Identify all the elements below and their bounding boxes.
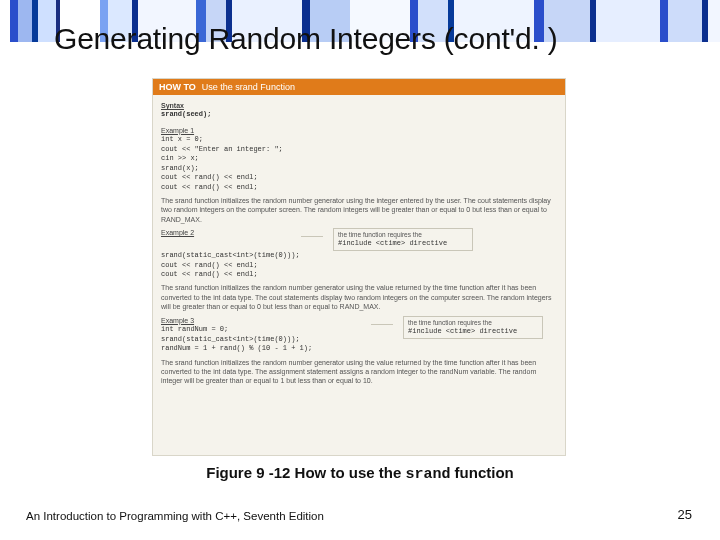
example3-description: The srand function initializes the rando…	[161, 358, 557, 386]
slide-title: Generating Random Integers (cont'd. )	[54, 22, 558, 56]
example3-code: int randNum = 0; srand(static_cast<int>(…	[161, 325, 361, 353]
howto-pill: HOW TO	[159, 82, 196, 92]
syntax-label: Syntax	[161, 101, 557, 110]
example1-label: Example 1	[161, 126, 194, 135]
ctime-note-1: the time function requires the #include …	[333, 228, 473, 251]
connector-line	[371, 324, 393, 325]
howto-content: Syntax srand(seed); Example 1 int x = 0;…	[153, 95, 565, 392]
ctime-note-2: the time function requires the #include …	[403, 316, 543, 339]
example2-row: Example 2 the time function requires the…	[161, 228, 557, 251]
example2-description: The srand function initializes the rando…	[161, 283, 557, 311]
example2-label: Example 2	[161, 228, 194, 237]
figure-caption: Figure 9 -12 How to use the srand functi…	[0, 464, 720, 483]
howto-desc: Use the srand Function	[202, 82, 295, 92]
example3-label: Example 3	[161, 316, 194, 325]
syntax-code: srand(seed);	[161, 110, 557, 119]
howto-header: HOW TO Use the srand Function	[153, 79, 565, 95]
howto-figure: HOW TO Use the srand Function Syntax sra…	[152, 78, 566, 456]
example2-code: srand(static_cast<int>(time(0))); cout <…	[161, 251, 557, 279]
example3-row: Example 3 int randNum = 0; srand(static_…	[161, 316, 557, 354]
page-number: 25	[678, 507, 692, 522]
example1-description: The srand function initializes the rando…	[161, 196, 557, 224]
footer-book-title: An Introduction to Programming with C++,…	[26, 510, 324, 522]
example1-code: int x = 0; cout << "Enter an integer: ";…	[161, 135, 557, 192]
connector-line	[301, 236, 323, 237]
